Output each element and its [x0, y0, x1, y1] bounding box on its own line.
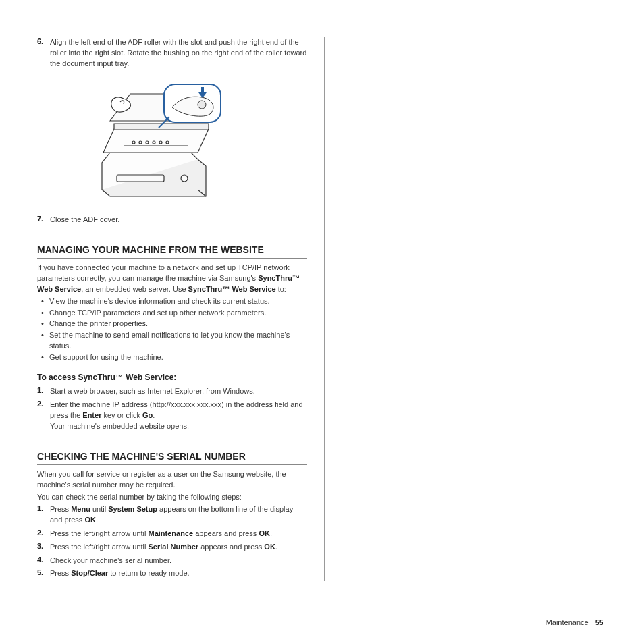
- printer-illustration: [83, 82, 307, 200]
- web-bullets: View the machine's device information an…: [37, 296, 307, 364]
- svg-point-10: [198, 101, 206, 109]
- bullet-4: Set the machine to send email notificati…: [37, 330, 307, 352]
- svg-point-1: [181, 175, 188, 182]
- bullet-2: Change TCP/IP parameters and set up othe…: [37, 308, 307, 319]
- web-step-2: 2. Enter the machine IP address (http://…: [37, 400, 307, 432]
- step7-num: 7.: [37, 215, 50, 225]
- svg-rect-0: [117, 175, 164, 182]
- web-step-1: 1. Start a web browser, such as Internet…: [37, 386, 307, 397]
- page-footer: Maintenance_55: [546, 618, 603, 626]
- web-intro: If you have connected your machine to a …: [37, 263, 307, 295]
- bullet-1: View the machine's device information an…: [37, 296, 307, 307]
- serial-step-5: 5. Press Stop/Clear to return to ready m…: [37, 568, 307, 579]
- serial-step-4: 4. Check your machine's serial number.: [37, 556, 307, 566]
- section-web-title: MANAGING YOUR MACHINE FROM THE WEBSITE: [37, 244, 307, 259]
- step6-text: Align the left end of the ADF roller wit…: [50, 37, 307, 70]
- right-column: [324, 37, 594, 581]
- step7-text: Close the ADF cover.: [50, 215, 307, 225]
- web-subhead: To access SyncThru™ Web Service:: [37, 373, 307, 382]
- serial-p1: When you call for service or register as…: [37, 469, 307, 491]
- bullet-3: Change the printer properties.: [37, 319, 307, 329]
- section-serial-title: CHECKING THE MACHINE'S SERIAL NUMBER: [37, 451, 307, 465]
- step-7: 7. Close the ADF cover.: [37, 215, 307, 225]
- bullet-5: Get support for using the machine.: [37, 352, 307, 363]
- step-6: 6. Align the left end of the ADF roller …: [37, 37, 307, 70]
- serial-step-2: 2. Press the left/right arrow until Main…: [37, 529, 307, 539]
- step6-num: 6.: [37, 37, 50, 70]
- serial-step-1: 1. Press Menu until System Setup appears…: [37, 504, 307, 526]
- serial-p2: You can check the serial number by takin…: [37, 492, 307, 503]
- serial-step-3: 3. Press the left/right arrow until Seri…: [37, 542, 307, 553]
